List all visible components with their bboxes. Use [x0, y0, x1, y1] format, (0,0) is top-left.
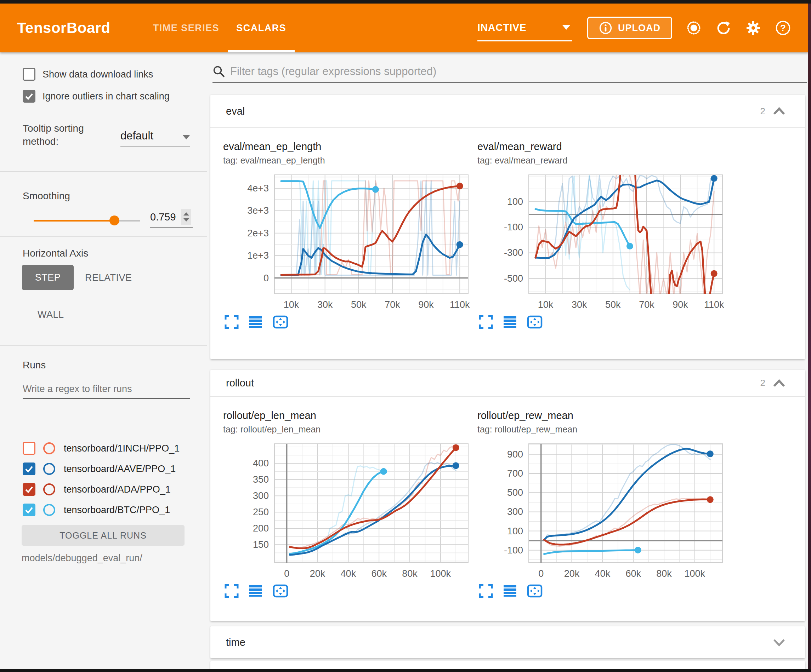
stepper-down-icon[interactable]: [183, 218, 189, 222]
slider-knob[interactable]: [109, 215, 119, 225]
axis-wall-button[interactable]: WALL: [37, 309, 64, 320]
chart-tag: tag: eval/mean_reward: [477, 155, 725, 166]
chart-canvas[interactable]: 10k30k50k70k90k110k01e+32e+33e+34e+3: [223, 171, 471, 312]
svg-text:90k: 90k: [672, 300, 688, 310]
runs-filter: [23, 384, 190, 399]
svg-text:100: 100: [507, 196, 523, 207]
run-checkbox[interactable]: [23, 504, 36, 516]
runs-base-path: models/debugged_eval_run/: [22, 553, 143, 564]
svg-text:0: 0: [538, 568, 544, 579]
chart-card-eval-mean-reward: eval/mean_reward tag: eval/mean_reward 1…: [477, 128, 725, 330]
runs-list: tensorboard/1INCH/PPO_1tensorboard/AAVE/…: [0, 438, 207, 520]
run-row: tensorboard/BTC/PPO_1: [0, 500, 207, 520]
chart-canvas[interactable]: 020k40k60k80k100k150200250300350400: [223, 440, 471, 581]
section-header-time[interactable]: time: [210, 626, 805, 658]
run-checkbox[interactable]: [23, 483, 36, 496]
svg-text:400: 400: [253, 458, 269, 469]
section-header-rollout[interactable]: rollout 2: [210, 370, 805, 397]
smoothing-slider[interactable]: [34, 215, 140, 226]
run-name: tensorboard/BTC/PPO_1: [64, 504, 170, 516]
svg-text:2e+3: 2e+3: [247, 228, 269, 239]
stepper-up-icon[interactable]: [183, 212, 189, 215]
svg-text:-500: -500: [504, 273, 523, 284]
chart-actions: [477, 584, 725, 599]
svg-text:250: 250: [253, 507, 269, 517]
header-actions: INACTIVE UPLOAD: [477, 15, 791, 41]
info-icon: [599, 21, 612, 35]
svg-text:100k: 100k: [430, 568, 451, 579]
chevron-up-icon[interactable]: [772, 106, 787, 117]
fullscreen-icon[interactable]: [479, 315, 493, 329]
runs-selector-icon[interactable]: [249, 584, 263, 598]
svg-text:350: 350: [253, 474, 269, 485]
run-checkbox[interactable]: [23, 442, 36, 455]
runs-selector-icon[interactable]: [503, 315, 517, 329]
fit-domain-icon[interactable]: [527, 584, 543, 598]
tab-scalars[interactable]: SCALARS: [228, 3, 295, 52]
runs-selector-icon[interactable]: [249, 315, 263, 329]
search-icon: [212, 65, 225, 78]
svg-text:20k: 20k: [310, 568, 326, 579]
check-icon: [24, 504, 34, 515]
fit-domain-icon[interactable]: [527, 315, 543, 329]
fit-domain-icon[interactable]: [273, 315, 288, 329]
upload-button[interactable]: UPLOAD: [587, 17, 672, 39]
chart-tag: tag: eval/mean_ep_length: [223, 155, 471, 166]
show-download-links-checkbox[interactable]: [23, 68, 36, 81]
fit-domain-icon[interactable]: [273, 584, 288, 598]
run-checkbox[interactable]: [23, 462, 36, 475]
svg-text:300: 300: [507, 506, 523, 517]
section-header-eval[interactable]: eval 2: [210, 95, 805, 128]
svg-text:110k: 110k: [450, 300, 470, 310]
fullscreen-icon[interactable]: [479, 584, 493, 598]
chevron-down-icon[interactable]: [772, 637, 787, 648]
section-title: rollout: [226, 377, 254, 389]
show-download-links-label: Show data download links: [42, 69, 153, 80]
tag-filter-input[interactable]: [230, 65, 783, 78]
refresh-icon[interactable]: [715, 20, 732, 36]
svg-text:100k: 100k: [685, 568, 706, 579]
tag-filter: [212, 65, 807, 83]
runs-selector-icon[interactable]: [503, 584, 517, 598]
number-stepper[interactable]: [182, 209, 191, 225]
section-count: 2: [760, 377, 765, 389]
toggle-all-runs-button[interactable]: TOGGLE ALL RUNS: [22, 525, 185, 546]
smoothing-value-input[interactable]: [150, 211, 182, 223]
tab-time-series[interactable]: TIME SERIES: [144, 3, 228, 52]
status-dropdown[interactable]: INACTIVE: [477, 15, 572, 41]
brightness-icon[interactable]: [685, 20, 702, 36]
svg-text:50k: 50k: [351, 300, 366, 310]
settings-gear-icon[interactable]: [745, 20, 762, 36]
help-icon[interactable]: ?: [775, 20, 791, 36]
run-name: tensorboard/AAVE/PPO_1: [64, 464, 176, 474]
chart-actions: [223, 315, 471, 330]
chart-canvas[interactable]: 10k30k50k70k90k110k100-100-300-500: [477, 171, 725, 312]
svg-text:150: 150: [253, 539, 269, 550]
svg-text:10k: 10k: [284, 300, 299, 310]
chart-canvas[interactable]: 020k40k60k80k100k-100100300500700900: [477, 440, 725, 581]
status-label: INACTIVE: [477, 22, 527, 33]
tooltip-sorting-select[interactable]: default: [120, 123, 190, 147]
check-icon: [24, 464, 34, 474]
header-tabs: TIME SERIES SCALARS: [144, 3, 295, 52]
run-row: tensorboard/ADA/PPO_1: [0, 479, 207, 500]
ignore-outliers-checkbox[interactable]: [23, 90, 36, 103]
runs-filter-input[interactable]: [23, 384, 190, 394]
divider: [0, 236, 207, 237]
ignore-outliers-label: Ignore outliers in chart scaling: [42, 91, 170, 102]
svg-text:60k: 60k: [625, 568, 641, 579]
check-icon: [24, 91, 34, 102]
chart-card-eval-mean-ep-length: eval/mean_ep_length tag: eval/mean_ep_le…: [223, 128, 471, 330]
fullscreen-icon[interactable]: [224, 315, 239, 329]
charts-row: eval/mean_ep_length tag: eval/mean_ep_le…: [210, 128, 805, 330]
axis-step-button[interactable]: STEP: [22, 265, 74, 290]
chevron-up-icon[interactable]: [772, 378, 787, 389]
svg-text:50k: 50k: [605, 300, 621, 310]
fullscreen-icon[interactable]: [224, 584, 239, 598]
section-title: time: [226, 636, 246, 648]
chart-actions: [223, 584, 471, 599]
run-name: tensorboard/1INCH/PPO_1: [64, 443, 180, 454]
smoothing-value-field[interactable]: [150, 209, 193, 228]
app-header: TensorBoard TIME SERIES SCALARS INACTIVE…: [0, 3, 808, 52]
axis-relative-button[interactable]: RELATIVE: [85, 273, 132, 283]
